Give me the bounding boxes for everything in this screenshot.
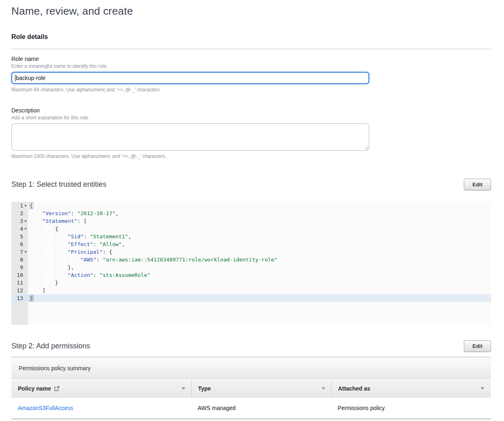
column-label: Type bbox=[198, 385, 211, 392]
editor-code-line: } bbox=[28, 279, 491, 287]
cell-type: AWS managed bbox=[191, 405, 331, 411]
column-label: Attached as bbox=[338, 385, 370, 392]
editor-line-number: 9 bbox=[11, 263, 28, 271]
column-header-attached-as[interactable]: Attached as bbox=[331, 380, 490, 397]
fold-caret-down-icon[interactable] bbox=[24, 228, 27, 230]
step1-heading: Step 1: Select trusted entities bbox=[11, 179, 106, 189]
description-constraint: Maximum 1000 characters. Use alphanumeri… bbox=[11, 153, 491, 160]
edit-trusted-entities-button[interactable]: Edit bbox=[464, 179, 491, 190]
role-details-heading: Role details bbox=[11, 33, 491, 41]
editor-line-number: 12 bbox=[11, 287, 28, 294]
editor-code-line: } bbox=[28, 294, 491, 302]
step2-header-row: Step 2: Add permissions Edit bbox=[11, 340, 491, 352]
panel-title: Permissions policy summary bbox=[19, 365, 90, 371]
step2-heading: Step 2: Add permissions bbox=[11, 340, 90, 351]
role-name-input-wrap bbox=[11, 72, 369, 84]
editor-line-number: 2 bbox=[11, 209, 28, 217]
edit-permissions-button[interactable]: Edit bbox=[464, 340, 491, 352]
editor-line-number: 4 bbox=[11, 225, 28, 233]
description-textarea[interactable] bbox=[11, 123, 369, 151]
sort-triangle-down-icon[interactable] bbox=[181, 387, 185, 390]
step1-header-row: Step 1: Select trusted entities Edit bbox=[11, 179, 491, 190]
policy-link[interactable]: AmazonS3FullAccess bbox=[18, 405, 73, 411]
editor-line-number: 3 bbox=[11, 217, 28, 225]
description-label: Description bbox=[11, 107, 491, 114]
editor-code-line: { bbox=[28, 225, 491, 233]
role-name-constraint: Maximum 64 characters. Use alphanumeric … bbox=[11, 87, 491, 93]
editor-code-line: "Action": "sts:AssumeRole" bbox=[28, 271, 491, 279]
role-name-label: Role name bbox=[11, 55, 491, 63]
text-cursor bbox=[15, 75, 15, 82]
column-header-policy-name[interactable]: Policy name bbox=[11, 380, 191, 397]
editor-line-number: 5 bbox=[11, 233, 28, 240]
cell-attached-as: Permissions policy bbox=[331, 405, 490, 411]
sort-triangle-down-icon[interactable] bbox=[321, 387, 325, 390]
editor-line-number: 7 bbox=[11, 248, 28, 256]
panel-header: Permissions policy summary bbox=[11, 357, 491, 379]
external-link-icon bbox=[54, 386, 60, 391]
editor-line-number: 1 bbox=[11, 202, 28, 209]
fold-caret-down-icon[interactable] bbox=[24, 205, 27, 207]
editor-code-line: "Version": "2012-10-17", bbox=[28, 209, 491, 217]
role-name-input[interactable] bbox=[11, 72, 369, 84]
editor-line-number: 11 bbox=[11, 279, 28, 287]
editor-code-line: { bbox=[28, 202, 491, 209]
editor-code-line: ] bbox=[28, 287, 491, 294]
editor-code-area: { "Version": "2012-10-17", "Statement": … bbox=[28, 202, 491, 325]
name-review-create-page: Name, review, and create Role details Ro… bbox=[0, 0, 504, 421]
table-row: AmazonS3FullAccess AWS managed Permissio… bbox=[11, 397, 491, 419]
editor-code-line: "Statement": [ bbox=[28, 217, 491, 225]
editor-gutter: 12345678910111213 bbox=[11, 202, 28, 325]
editor-code-line: "AWS": "arn:aws:iam::541263489771:role/w… bbox=[28, 256, 491, 263]
table-header-row: Policy name Type Attached as bbox=[11, 379, 491, 397]
page-title: Name, review, and create bbox=[11, 4, 491, 18]
permissions-policy-summary-panel: Permissions policy summary Policy name T… bbox=[11, 357, 491, 419]
column-header-type[interactable]: Type bbox=[191, 380, 331, 397]
description-hint: Add a short explanation for this role. bbox=[11, 115, 491, 121]
trust-policy-json-editor: 12345678910111213 { "Version": "2012-10-… bbox=[11, 202, 491, 325]
editor-line-number: 8 bbox=[11, 256, 28, 263]
fold-caret-down-icon[interactable] bbox=[24, 220, 27, 222]
cell-policy-name: AmazonS3FullAccess bbox=[11, 405, 191, 411]
editor-line-number: 6 bbox=[11, 240, 28, 248]
description-textarea-wrap bbox=[11, 123, 369, 151]
divider bbox=[11, 49, 491, 49]
editor-code-line: "Principal": { bbox=[28, 248, 491, 256]
editor-line-number: 10 bbox=[11, 271, 28, 279]
column-label: Policy name bbox=[18, 385, 51, 392]
role-name-hint: Enter a meaningful name to identify this… bbox=[11, 63, 491, 69]
editor-code-line: "Sid": "Statement1", bbox=[28, 233, 491, 240]
editor-code-line: }, bbox=[28, 263, 491, 271]
fold-caret-down-icon[interactable] bbox=[24, 251, 27, 253]
editor-code-line: "Effect": "Allow", bbox=[28, 240, 491, 248]
sort-triangle-down-icon[interactable] bbox=[480, 387, 485, 390]
editor-line-number: 13 bbox=[11, 294, 28, 302]
